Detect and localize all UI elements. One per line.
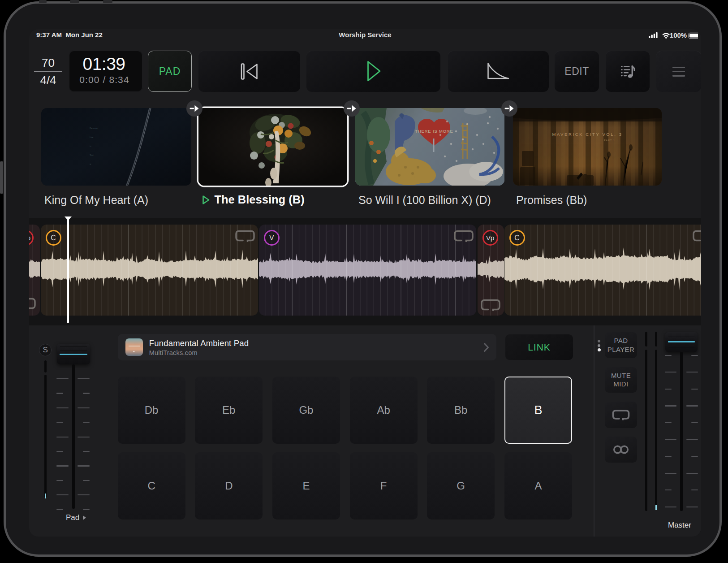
- svg-text:Live: Live: [90, 136, 94, 139]
- svg-text:PART 1: PART 1: [604, 139, 616, 142]
- svg-text:in: in: [90, 145, 91, 147]
- svg-text:Tour: Tour: [90, 154, 94, 156]
- svg-text:Because: Because: [90, 127, 98, 130]
- svg-text:M: M: [585, 176, 590, 184]
- svg-text:MAVERICK CITY VOL. 3: MAVERICK CITY VOL. 3: [552, 132, 622, 137]
